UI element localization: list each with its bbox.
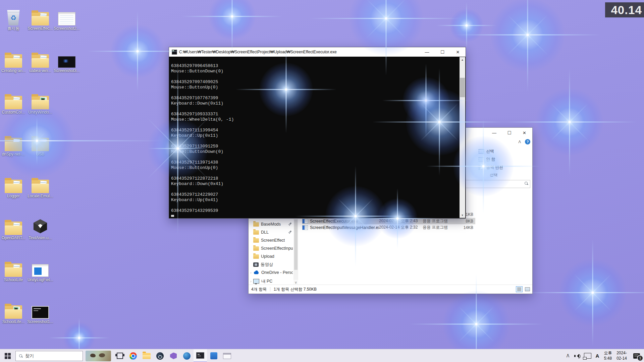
desktop-icon[interactable]: Creating-an... <box>0 50 26 73</box>
ribbon-collapse-icon[interactable]: ᐱ <box>518 140 521 144</box>
desktop-icon-label: Logger <box>0 194 26 199</box>
explorer-minimize-button[interactable]: — <box>487 128 502 138</box>
ime-indicator[interactable]: A <box>593 349 602 362</box>
desktop-icon-label: SchoolLife <box>0 278 26 283</box>
video-icon <box>253 262 259 267</box>
console-maximize-button[interactable]: ☐ <box>435 47 450 57</box>
sidebar-item[interactable]: ScreenEffectInpu <box>249 245 293 252</box>
folder-icon <box>5 263 22 277</box>
blue-circle-app[interactable] <box>180 349 194 362</box>
folder-icon <box>5 54 22 68</box>
sidebar-item[interactable]: BaseMods <box>249 221 293 228</box>
visual-studio-app[interactable] <box>167 349 180 362</box>
desktop-icon-label: SchoolLife... <box>0 320 26 324</box>
weather-widget-birds[interactable] <box>86 351 111 361</box>
desktop-icon[interactable]: UnityLogFiel... <box>27 259 53 283</box>
desktop-icon[interactable]: Screenshot2... <box>54 7 80 31</box>
desktop-icon[interactable]: ScreenEffec... <box>27 7 53 31</box>
desktop-icon-label: uabea-win... <box>27 69 53 73</box>
folder-csharp-icon <box>32 96 49 109</box>
explorer-close-button[interactable]: ✕ <box>517 128 532 138</box>
ethernet-icon <box>584 353 591 359</box>
dark-circle-app[interactable] <box>153 349 167 362</box>
console-close-button[interactable]: ✕ <box>450 47 466 57</box>
folder-icon <box>253 230 259 235</box>
hidden-icons-chevron[interactable]: ᐱ <box>564 349 572 362</box>
desktop-icon[interactable]: Screenshot3... <box>54 50 80 73</box>
folder-icon <box>253 246 259 251</box>
folder-icon <box>32 138 49 151</box>
explorer-maximize-button[interactable]: ☐ <box>502 128 517 138</box>
taskbar-clock[interactable]: 오후 5:48 2024-02-14 <box>602 349 629 362</box>
desktop-icon[interactable]: SchoolLife... <box>0 301 26 324</box>
network-button[interactable] <box>582 349 593 362</box>
sidebar-item[interactable]: ScreenEffect <box>249 237 293 244</box>
console-output: 638435297096458613 Mouse::ButtonDown(0) … <box>169 57 460 218</box>
vs-icon <box>170 353 177 359</box>
start-button[interactable] <box>0 349 15 362</box>
scroll-down-icon[interactable]: ▼ <box>460 213 465 218</box>
ribbon-item-selection[interactable]: 안 함 <box>479 155 529 163</box>
desktop-icon-label: dnSpy-net-... <box>0 152 26 157</box>
console-minimize-button[interactable]: — <box>419 47 435 57</box>
pin-icon <box>288 223 291 226</box>
console-icon <box>196 352 204 359</box>
file-explorer-app[interactable] <box>140 349 153 362</box>
desktop-icon[interactable]: TextAnim.u... <box>27 217 53 241</box>
ribbon-item-selection[interactable]: 선택 <box>479 147 529 155</box>
sidebar-item[interactable]: ›OneDrive - Perso <box>249 269 293 276</box>
desktop-icon[interactable]: dnSpy-net-... <box>0 133 26 157</box>
desktop-icon[interactable]: Screenshot1... <box>27 301 53 324</box>
scroll-up-icon[interactable]: ▲ <box>460 57 465 62</box>
taskbar-search-box[interactable]: 찾기 <box>15 351 83 361</box>
ribbon-item-invert-selection[interactable]: 영역 반전 <box>479 163 529 171</box>
navigation-pane-scrollbar[interactable]: ᐯ <box>293 219 298 285</box>
pin-icon <box>288 231 291 234</box>
desktop-icon[interactable]: uabea-win... <box>27 50 53 73</box>
file-row[interactable]: ScreenEffectInputMessageHandler.exe2024-… <box>302 224 475 231</box>
volume-button[interactable] <box>572 349 582 362</box>
darkcircle-icon <box>156 352 164 360</box>
expand-chevron-icon[interactable]: › <box>249 271 253 275</box>
desktop-icon[interactable]: USB <box>27 133 53 157</box>
folder-icon <box>5 138 22 151</box>
details-view-button[interactable] <box>516 286 523 292</box>
large-icons-view-button[interactable] <box>524 286 531 292</box>
help-icon[interactable]: ? <box>525 139 530 144</box>
background-window-app[interactable] <box>220 349 234 362</box>
selection-icon <box>479 165 484 170</box>
console-title-bar[interactable]: C:₩Users₩Tester₩Desktop₩ScreenEffectProj… <box>169 47 466 57</box>
desktop-icon-label: Screenshot3... <box>54 69 80 73</box>
desktop-icon[interactable]: ♻휴지통 <box>0 7 26 31</box>
desktop-icon[interactable]: OpenDART... <box>0 217 26 241</box>
console-app[interactable] <box>194 349 207 362</box>
scrollbar-thumb[interactable] <box>460 78 465 97</box>
blue-window-app[interactable] <box>207 349 220 362</box>
folder-icon <box>5 180 22 193</box>
console-app-icon <box>172 50 177 55</box>
explorer-status-bar: 4개 항목 1개 항목 선택함 7.50KB <box>249 285 532 294</box>
sidebar-item[interactable]: 동영상 <box>249 261 293 268</box>
console-window[interactable]: C:₩Users₩Tester₩Desktop₩ScreenEffectProj… <box>169 47 466 219</box>
sidebar-item[interactable]: Upload <box>249 253 293 260</box>
chrome-app[interactable] <box>126 349 140 362</box>
task-view-button[interactable] <box>113 349 126 362</box>
desktop-icon[interactable]: CustomCol... <box>0 91 26 115</box>
desktop-icon-label: OpenDART... <box>0 236 26 241</box>
dark-image-thumbnail-icon <box>58 56 75 68</box>
selection-icon <box>479 157 484 162</box>
console-thumbnail-icon <box>32 306 49 319</box>
desktop-icon-label: CustomCol... <box>0 110 26 115</box>
sidebar-item[interactable]: DLL <box>249 229 293 236</box>
action-center-button[interactable]: 1 <box>629 349 644 362</box>
sidebar-item[interactable]: ›내 PC <box>249 278 293 285</box>
fps-counter: 40.14 <box>605 2 644 17</box>
scrollbar-thumb[interactable] <box>294 220 298 270</box>
desktop-icon[interactable]: SchoolLife <box>0 259 26 283</box>
expand-chevron-icon[interactable]: › <box>249 280 253 283</box>
console-scrollbar[interactable]: ▲ ▼ <box>460 57 465 218</box>
desktop-icon[interactable]: UnityWindo... <box>27 91 53 115</box>
file-row[interactable]: ScreenEffectExecutor.exe2024-02-14 오후 2:… <box>302 218 475 224</box>
desktop-icon[interactable]: Logger <box>0 175 26 199</box>
desktop-icon[interactable]: Locale.Emul... <box>27 175 53 199</box>
